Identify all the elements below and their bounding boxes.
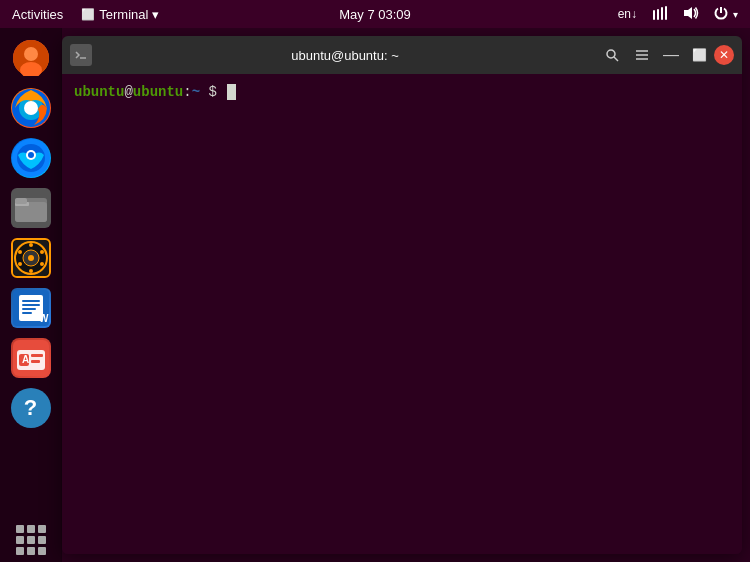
firefox-icon [11,88,51,128]
network-icon [651,6,669,23]
grid-dots [16,525,46,555]
svg-point-6 [24,47,38,61]
terminal-titlebar: ubuntu@ubuntu: ~ — ⬜ [62,36,742,74]
power-indicator[interactable]: ▾ [709,3,742,26]
grid-dot [27,525,35,533]
topbar: Activities ⬜ Terminal ▾ May 7 03:09 en↓ [0,0,750,28]
dock-item-libreoffice-writer[interactable]: W [9,286,53,330]
svg-rect-1 [657,9,659,20]
terminal-search-button[interactable] [598,41,626,69]
avatar [13,40,49,76]
prompt-path: ~ [192,84,200,100]
power-chevron-icon: ▾ [733,9,738,20]
svg-point-10 [24,101,38,115]
svg-point-28 [18,250,22,254]
appcenter-icon: A [11,338,51,378]
svg-point-14 [28,152,34,158]
svg-text:A: A [22,354,29,365]
terminal-titlebar-left [70,44,92,66]
svg-rect-33 [22,308,36,310]
terminal-menu-button[interactable] [628,41,656,69]
activities-button[interactable]: Activities [8,5,67,24]
terminal-menu-button[interactable]: ⬜ Terminal ▾ [77,5,163,24]
svg-point-44 [607,50,615,58]
svg-rect-42 [74,48,88,62]
dock-item-avatar[interactable] [9,36,53,80]
svg-text:W: W [39,313,49,324]
sound-indicator[interactable] [679,4,703,25]
prompt-dollar: $ [200,84,225,100]
topbar-left: Activities ⬜ Terminal ▾ [8,5,163,24]
prompt-at: @ [124,84,132,100]
libreoffice-writer-icon: W [11,288,51,328]
dock-item-appcenter[interactable]: A [9,336,53,380]
terminal-cursor [227,84,236,100]
svg-rect-40 [31,360,40,363]
grid-dot [16,536,24,544]
prompt-host: ubuntu [133,84,183,100]
sound-icon [683,6,699,23]
terminal-window-icon [70,44,92,66]
svg-rect-31 [22,300,40,302]
grid-dot [38,547,46,555]
close-button[interactable]: ✕ [714,45,734,65]
power-icon [713,5,729,24]
chevron-down-icon: ▾ [152,7,159,22]
grid-dot [16,547,24,555]
dock-item-thunderbird[interactable] [9,136,53,180]
app-grid-icon [11,520,51,560]
network-indicator[interactable] [647,4,673,25]
rhythmbox-icon [11,238,51,278]
svg-rect-0 [653,10,655,20]
svg-rect-18 [15,198,27,204]
svg-marker-4 [684,7,692,19]
terminal-title: ubuntu@ubuntu: ~ [92,48,598,63]
svg-point-22 [28,255,34,261]
svg-rect-3 [665,6,667,20]
language-label: en↓ [618,7,637,21]
main-layout: W A ? [0,28,750,562]
dock: W A ? [0,28,62,562]
terminal-menu-label: Terminal [99,7,148,22]
svg-point-27 [18,262,22,266]
grid-dot [38,525,46,533]
dock-item-app-grid[interactable] [9,518,53,562]
thunderbird-icon [11,138,51,178]
topbar-datetime[interactable]: May 7 03:09 [339,7,411,22]
svg-line-45 [614,57,618,61]
svg-point-24 [40,250,44,254]
terminal-title-center: ubuntu@ubuntu: ~ [92,48,598,63]
language-indicator[interactable]: en↓ [614,5,641,23]
dock-item-firefox[interactable] [9,86,53,130]
svg-rect-39 [31,354,43,357]
svg-point-25 [40,262,44,266]
dock-item-help[interactable]: ? [9,386,53,430]
svg-rect-2 [661,7,663,20]
maximize-button[interactable]: ⬜ [686,44,712,66]
topbar-right: en↓ [614,3,742,26]
svg-rect-32 [22,304,40,306]
prompt-colon: : [183,84,191,100]
grid-dot [38,536,46,544]
terminal-body[interactable]: ubuntu @ ubuntu : ~ $ [62,74,742,554]
minimize-button[interactable]: — [658,44,684,66]
svg-point-26 [29,269,33,273]
datetime-label: May 7 03:09 [339,7,411,22]
terminal-window: ubuntu@ubuntu: ~ — ⬜ [62,36,742,554]
dock-item-files[interactable] [9,186,53,230]
files-icon [11,188,51,228]
grid-dot [16,525,24,533]
svg-rect-34 [22,312,32,314]
dock-item-rhythmbox[interactable] [9,236,53,280]
grid-dot [27,547,35,555]
svg-point-23 [29,243,33,247]
prompt-line: ubuntu @ ubuntu : ~ $ [74,84,730,100]
terminal-menu-icon: ⬜ [81,8,95,21]
help-icon: ? [11,388,51,428]
grid-dot [27,536,35,544]
prompt-user: ubuntu [74,84,124,100]
terminal-titlebar-actions: — ⬜ ✕ [598,41,734,69]
